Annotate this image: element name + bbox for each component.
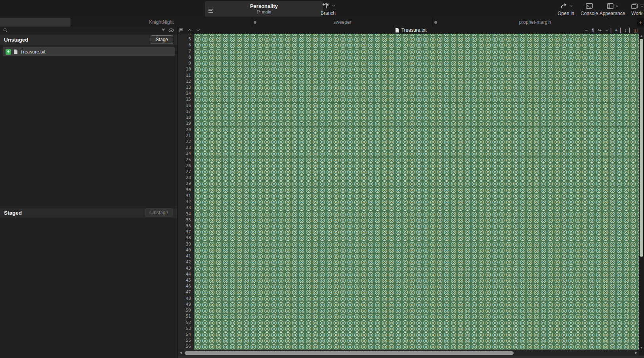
file-search-bar[interactable] xyxy=(0,27,177,34)
stage-button[interactable]: Stage xyxy=(151,35,173,44)
line-content[interactable]: ◎◎◎◎◎◎◎◎◎◎◎◎◎◎◎◎◎◎◎◎◎◎◎◎◎◎◎◎◎◎◎◎◎◎◎◎◎◎◎◎… xyxy=(194,265,639,271)
console-button[interactable]: Console xyxy=(579,2,599,16)
line-content[interactable]: ◎◎◎◎◎◎◎◎◎◎◎◎◎◎◎◎◎◎◎◎◎◎◎◎◎◎◎◎◎◎◎◎◎◎◎◎◎◎◎◎… xyxy=(194,103,639,109)
unstage-button[interactable]: Unstage xyxy=(145,208,173,217)
line-content[interactable]: ◎◎◎◎◎◎◎◎◎◎◎◎◎◎◎◎◎◎◎◎◎◎◎◎◎◎◎◎◎◎◎◎◎◎◎◎◎◎◎◎… xyxy=(194,84,639,90)
line-content[interactable]: ◎◎◎◎◎◎◎◎◎◎◎◎◎◎◎◎◎◎◎◎◎◎◎◎◎◎◎◎◎◎◎◎◎◎◎◎◎◎◎◎… xyxy=(194,343,639,349)
diff-row: 42◎◎◎◎◎◎◎◎◎◎◎◎◎◎◎◎◎◎◎◎◎◎◎◎◎◎◎◎◎◎◎◎◎◎◎◎◎◎… xyxy=(178,259,639,265)
line-content[interactable]: ◎◎◎◎◎◎◎◎◎◎◎◎◎◎◎◎◎◎◎◎◎◎◎◎◎◎◎◎◎◎◎◎◎◎◎◎◎◎◎◎… xyxy=(194,223,639,229)
branch-button[interactable]: Branch xyxy=(315,1,341,16)
vertical-scrollbar-thumb[interactable] xyxy=(640,39,643,257)
line-content[interactable]: ◎◎◎◎◎◎◎◎◎◎◎◎◎◎◎◎◎◎◎◎◎◎◎◎◎◎◎◎◎◎◎◎◎◎◎◎◎◎◎◎… xyxy=(194,78,639,84)
line-content[interactable]: ◎◎◎◎◎◎◎◎◎◎◎◎◎◎◎◎◎◎◎◎◎◎◎◎◎◎◎◎◎◎◎◎◎◎◎◎◎◎◎◎… xyxy=(194,109,639,114)
collapse-all-icon[interactable] xyxy=(162,29,164,31)
line-content[interactable]: ◎◎◎◎◎◎◎◎◎◎◎◎◎◎◎◎◎◎◎◎◎◎◎◎◎◎◎◎◎◎◎◎◎◎◎◎◎◎◎◎… xyxy=(194,90,639,96)
line-number: 24 xyxy=(178,150,194,156)
appearance-label: Appearance xyxy=(599,11,625,16)
file-icon xyxy=(395,28,399,33)
line-number: 56 xyxy=(178,343,194,349)
line-content[interactable]: ◎◎◎◎◎◎◎◎◎◎◎◎◎◎◎◎◎◎◎◎◎◎◎◎◎◎◎◎◎◎◎◎◎◎◎◎◎◎◎◎… xyxy=(194,36,639,42)
line-content[interactable]: ◎◎◎◎◎◎◎◎◎◎◎◎◎◎◎◎◎◎◎◎◎◎◎◎◎◎◎◎◎◎◎◎◎◎◎◎◎◎◎◎… xyxy=(194,96,639,102)
pilcrow-icon[interactable]: ¶ xyxy=(592,28,594,32)
line-content[interactable]: ◎◎◎◎◎◎◎◎◎◎◎◎◎◎◎◎◎◎◎◎◎◎◎◎◎◎◎◎◎◎◎◎◎◎◎◎◎◎◎◎… xyxy=(194,60,639,66)
line-content[interactable]: ◎◎◎◎◎◎◎◎◎◎◎◎◎◎◎◎◎◎◎◎◎◎◎◎◎◎◎◎◎◎◎◎◎◎◎◎◎◎◎◎… xyxy=(194,253,639,259)
new-tab-button[interactable]: + xyxy=(637,18,644,27)
wrap-icon[interactable]: ↪ xyxy=(598,28,601,33)
line-content[interactable]: ◎◎◎◎◎◎◎◎◎◎◎◎◎◎◎◎◎◎◎◎◎◎◎◎◎◎◎◎◎◎◎◎◎◎◎◎◎◎◎◎… xyxy=(194,54,639,60)
line-content[interactable]: ◎◎◎◎◎◎◎◎◎◎◎◎◎◎◎◎◎◎◎◎◎◎◎◎◎◎◎◎◎◎◎◎◎◎◎◎◎◎◎◎… xyxy=(194,320,639,326)
line-content[interactable]: ◎◎◎◎◎◎◎◎◎◎◎◎◎◎◎◎◎◎◎◎◎◎◎◎◎◎◎◎◎◎◎◎◎◎◎◎◎◎◎◎… xyxy=(194,145,639,150)
line-content[interactable]: ◎◎◎◎◎◎◎◎◎◎◎◎◎◎◎◎◎◎◎◎◎◎◎◎◎◎◎◎◎◎◎◎◎◎◎◎◎◎◎◎… xyxy=(194,235,639,241)
open-in-chevron-icon[interactable] xyxy=(569,4,572,7)
line-content[interactable]: ◎◎◎◎◎◎◎◎◎◎◎◎◎◎◎◎◎◎◎◎◎◎◎◎◎◎◎◎◎◎◎◎◎◎◎◎◎◎◎◎… xyxy=(194,187,639,193)
appearance-chevron-icon[interactable] xyxy=(615,4,618,7)
line-content[interactable]: ◎◎◎◎◎◎◎◎◎◎◎◎◎◎◎◎◎◎◎◎◎◎◎◎◎◎◎◎◎◎◎◎◎◎◎◎◎◎◎◎… xyxy=(194,193,639,199)
horizontal-scrollbar[interactable]: ◀ ▶ xyxy=(178,350,644,356)
scroll-up-arrow-icon[interactable]: ▲ xyxy=(639,34,644,38)
line-content[interactable]: ◎◎◎◎◎◎◎◎◎◎◎◎◎◎◎◎◎◎◎◎◎◎◎◎◎◎◎◎◎◎◎◎◎◎◎◎◎◎◎◎… xyxy=(194,217,639,223)
indent-icon[interactable]: +▕ xyxy=(615,28,620,33)
line-content[interactable]: ◎◎◎◎◎◎◎◎◎◎◎◎◎◎◎◎◎◎◎◎◎◎◎◎◎◎◎◎◎◎◎◎◎◎◎◎◎◎◎◎… xyxy=(194,120,639,126)
eye-icon[interactable] xyxy=(168,29,174,32)
line-number: 6 xyxy=(178,42,194,48)
line-content[interactable]: ◎◎◎◎◎◎◎◎◎◎◎◎◎◎◎◎◎◎◎◎◎◎◎◎◎◎◎◎◎◎◎◎◎◎◎◎◎◎◎◎… xyxy=(194,313,639,319)
work-chevron-icon[interactable] xyxy=(640,4,643,7)
expand-vertical-icon[interactable]: ↕▕ xyxy=(625,28,629,33)
line-content[interactable]: ◎◎◎◎◎◎◎◎◎◎◎◎◎◎◎◎◎◎◎◎◎◎◎◎◎◎◎◎◎◎◎◎◎◎◎◎◎◎◎◎… xyxy=(194,139,639,145)
line-content[interactable]: ◎◎◎◎◎◎◎◎◎◎◎◎◎◎◎◎◎◎◎◎◎◎◎◎◎◎◎◎◎◎◎◎◎◎◎◎◎◎◎◎… xyxy=(194,150,639,156)
line-content[interactable]: ◎◎◎◎◎◎◎◎◎◎◎◎◎◎◎◎◎◎◎◎◎◎◎◎◎◎◎◎◎◎◎◎◎◎◎◎◎◎◎◎… xyxy=(194,277,639,283)
line-content[interactable]: ◎◎◎◎◎◎◎◎◎◎◎◎◎◎◎◎◎◎◎◎◎◎◎◎◎◎◎◎◎◎◎◎◎◎◎◎◎◎◎◎… xyxy=(194,289,639,295)
diff-row: 13◎◎◎◎◎◎◎◎◎◎◎◎◎◎◎◎◎◎◎◎◎◎◎◎◎◎◎◎◎◎◎◎◎◎◎◎◎◎… xyxy=(178,84,639,90)
file-row-treasure[interactable]: + Treasure.txt xyxy=(3,47,175,56)
tab-sweeper[interactable]: sweeper xyxy=(252,18,433,27)
scroll-left-arrow-icon[interactable]: ◀ xyxy=(178,350,183,356)
repository-switcher[interactable]: Personality main xyxy=(205,1,323,17)
line-content[interactable]: ◎◎◎◎◎◎◎◎◎◎◎◎◎◎◎◎◎◎◎◎◎◎◎◎◎◎◎◎◎◎◎◎◎◎◎◎◎◎◎◎… xyxy=(194,337,639,343)
tab-label: sweeper xyxy=(333,19,351,25)
line-content[interactable]: ◎◎◎◎◎◎◎◎◎◎◎◎◎◎◎◎◎◎◎◎◎◎◎◎◎◎◎◎◎◎◎◎◎◎◎◎◎◎◎◎… xyxy=(194,114,639,120)
dash-icon[interactable]: – xyxy=(585,28,587,32)
line-content[interactable]: ◎◎◎◎◎◎◎◎◎◎◎◎◎◎◎◎◎◎◎◎◎◎◎◎◎◎◎◎◎◎◎◎◎◎◎◎◎◎◎◎… xyxy=(194,133,639,139)
tab-prophet-margin[interactable]: prophet-margin xyxy=(433,18,637,27)
line-content[interactable]: ◎◎◎◎◎◎◎◎◎◎◎◎◎◎◎◎◎◎◎◎◎◎◎◎◎◎◎◎◎◎◎◎◎◎◎◎◎◎◎◎… xyxy=(194,229,639,235)
two-columns-icon[interactable]: ◫ xyxy=(634,28,637,33)
work-button[interactable]: Work xyxy=(627,2,644,16)
line-content[interactable]: ◎◎◎◎◎◎◎◎◎◎◎◎◎◎◎◎◎◎◎◎◎◎◎◎◎◎◎◎◎◎◎◎◎◎◎◎◎◎◎◎… xyxy=(194,259,639,265)
line-content[interactable]: ◎◎◎◎◎◎◎◎◎◎◎◎◎◎◎◎◎◎◎◎◎◎◎◎◎◎◎◎◎◎◎◎◎◎◎◎◎◎◎◎… xyxy=(194,66,639,72)
unindent-icon[interactable]: −▕ xyxy=(606,28,611,33)
line-number: 22 xyxy=(178,139,194,145)
line-content[interactable]: ◎◎◎◎◎◎◎◎◎◎◎◎◎◎◎◎◎◎◎◎◎◎◎◎◎◎◎◎◎◎◎◎◎◎◎◎◎◎◎◎… xyxy=(194,247,639,253)
diff-row: 24◎◎◎◎◎◎◎◎◎◎◎◎◎◎◎◎◎◎◎◎◎◎◎◎◎◎◎◎◎◎◎◎◎◎◎◎◎◎… xyxy=(178,150,639,156)
line-content[interactable]: ◎◎◎◎◎◎◎◎◎◎◎◎◎◎◎◎◎◎◎◎◎◎◎◎◎◎◎◎◎◎◎◎◎◎◎◎◎◎◎◎… xyxy=(194,42,639,48)
branch-dropdown-chevron-icon[interactable] xyxy=(332,4,335,6)
changes-sidebar: Unstaged Stage + Treasure.txt Staged Uns… xyxy=(0,27,178,358)
line-content[interactable]: ◎◎◎◎◎◎◎◎◎◎◎◎◎◎◎◎◎◎◎◎◎◎◎◎◎◎◎◎◎◎◎◎◎◎◎◎◎◎◎◎… xyxy=(194,301,639,307)
tab-active-repository[interactable] xyxy=(0,18,71,27)
diff-row: 11◎◎◎◎◎◎◎◎◎◎◎◎◎◎◎◎◎◎◎◎◎◎◎◎◎◎◎◎◎◎◎◎◎◎◎◎◎◎… xyxy=(178,72,639,78)
line-content[interactable]: ◎◎◎◎◎◎◎◎◎◎◎◎◎◎◎◎◎◎◎◎◎◎◎◎◎◎◎◎◎◎◎◎◎◎◎◎◎◎◎◎… xyxy=(194,211,639,217)
line-content[interactable]: ◎◎◎◎◎◎◎◎◎◎◎◎◎◎◎◎◎◎◎◎◎◎◎◎◎◎◎◎◎◎◎◎◎◎◎◎◎◎◎◎… xyxy=(194,283,639,289)
line-content[interactable]: ◎◎◎◎◎◎◎◎◎◎◎◎◎◎◎◎◎◎◎◎◎◎◎◎◎◎◎◎◎◎◎◎◎◎◎◎◎◎◎◎… xyxy=(194,127,639,133)
line-content[interactable]: ◎◎◎◎◎◎◎◎◎◎◎◎◎◎◎◎◎◎◎◎◎◎◎◎◎◎◎◎◎◎◎◎◎◎◎◎◎◎◎◎… xyxy=(194,295,639,301)
line-content[interactable]: ◎◎◎◎◎◎◎◎◎◎◎◎◎◎◎◎◎◎◎◎◎◎◎◎◎◎◎◎◎◎◎◎◎◎◎◎◎◎◎◎… xyxy=(194,163,639,169)
line-content[interactable]: ◎◎◎◎◎◎◎◎◎◎◎◎◎◎◎◎◎◎◎◎◎◎◎◎◎◎◎◎◎◎◎◎◎◎◎◎◎◎◎◎… xyxy=(194,169,639,175)
line-content[interactable]: ◎◎◎◎◎◎◎◎◎◎◎◎◎◎◎◎◎◎◎◎◎◎◎◎◎◎◎◎◎◎◎◎◎◎◎◎◎◎◎◎… xyxy=(194,157,639,163)
line-content[interactable]: ◎◎◎◎◎◎◎◎◎◎◎◎◎◎◎◎◎◎◎◎◎◎◎◎◎◎◎◎◎◎◎◎◎◎◎◎◎◎◎◎… xyxy=(194,199,639,205)
line-content[interactable]: ◎◎◎◎◎◎◎◎◎◎◎◎◎◎◎◎◎◎◎◎◎◎◎◎◎◎◎◎◎◎◎◎◎◎◎◎◎◎◎◎… xyxy=(194,205,639,211)
open-in-button[interactable]: Open in xyxy=(554,2,578,16)
line-content[interactable]: ◎◎◎◎◎◎◎◎◎◎◎◎◎◎◎◎◎◎◎◎◎◎◎◎◎◎◎◎◎◎◎◎◎◎◎◎◎◎◎◎… xyxy=(194,241,639,247)
line-content[interactable]: ◎◎◎◎◎◎◎◎◎◎◎◎◎◎◎◎◎◎◎◎◎◎◎◎◎◎◎◎◎◎◎◎◎◎◎◎◎◎◎◎… xyxy=(194,271,639,277)
scroll-right-arrow-icon[interactable]: ▶ xyxy=(634,350,638,356)
appearance-button[interactable]: Appearance xyxy=(599,2,625,16)
line-content[interactable]: ◎◎◎◎◎◎◎◎◎◎◎◎◎◎◎◎◎◎◎◎◎◎◎◎◎◎◎◎◎◎◎◎◎◎◎◎◎◎◎◎… xyxy=(194,326,639,331)
line-content[interactable]: ◎◎◎◎◎◎◎◎◎◎◎◎◎◎◎◎◎◎◎◎◎◎◎◎◎◎◎◎◎◎◎◎◎◎◎◎◎◎◎◎… xyxy=(194,72,639,78)
line-content[interactable]: ◎◎◎◎◎◎◎◎◎◎◎◎◎◎◎◎◎◎◎◎◎◎◎◎◎◎◎◎◎◎◎◎◎◎◎◎◎◎◎◎… xyxy=(194,331,639,337)
tab-knightnight[interactable]: KnightNight xyxy=(71,18,252,27)
vertical-scrollbar[interactable]: ▲ ▼ xyxy=(639,34,644,350)
line-content[interactable]: ◎◎◎◎◎◎◎◎◎◎◎◎◎◎◎◎◎◎◎◎◎◎◎◎◎◎◎◎◎◎◎◎◎◎◎◎◎◎◎◎… xyxy=(194,181,639,187)
line-content[interactable]: ◎◎◎◎◎◎◎◎◎◎◎◎◎◎◎◎◎◎◎◎◎◎◎◎◎◎◎◎◎◎◎◎◎◎◎◎◎◎◎◎… xyxy=(194,175,639,181)
horizontal-scrollbar-thumb[interactable] xyxy=(185,351,514,355)
line-content[interactable]: ◎◎◎◎◎◎◎◎◎◎◎◎◎◎◎◎◎◎◎◎◎◎◎◎◎◎◎◎◎◎◎◎◎◎◎◎◎◎◎◎… xyxy=(194,48,639,54)
line-content[interactable]: ◎◎◎◎◎◎◎◎◎◎◎◎◎◎◎◎◎◎◎◎◎◎◎◎◎◎◎◎◎◎◎◎◎◎◎◎◎◎◎◎… xyxy=(194,307,639,313)
scroll-down-arrow-icon[interactable]: ▼ xyxy=(639,346,644,350)
